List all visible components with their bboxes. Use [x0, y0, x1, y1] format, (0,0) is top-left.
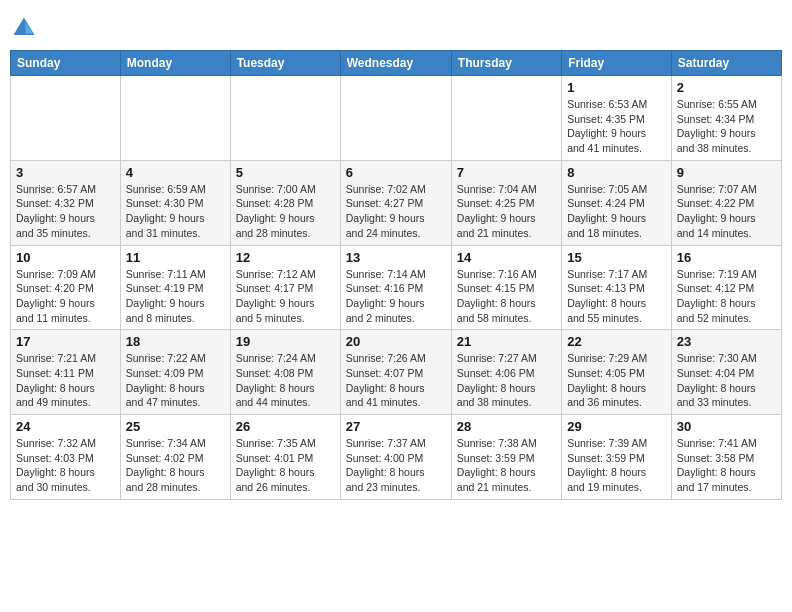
day-info: Sunrise: 7:12 AM Sunset: 4:17 PM Dayligh… [236, 267, 335, 326]
calendar-cell: 12Sunrise: 7:12 AM Sunset: 4:17 PM Dayli… [230, 245, 340, 330]
day-number: 23 [677, 334, 776, 349]
day-number: 5 [236, 165, 335, 180]
calendar-cell: 7Sunrise: 7:04 AM Sunset: 4:25 PM Daylig… [451, 160, 561, 245]
day-number: 10 [16, 250, 115, 265]
day-number: 24 [16, 419, 115, 434]
day-info: Sunrise: 6:55 AM Sunset: 4:34 PM Dayligh… [677, 97, 776, 156]
calendar-week-row: 17Sunrise: 7:21 AM Sunset: 4:11 PM Dayli… [11, 330, 782, 415]
day-info: Sunrise: 7:22 AM Sunset: 4:09 PM Dayligh… [126, 351, 225, 410]
day-info: Sunrise: 7:27 AM Sunset: 4:06 PM Dayligh… [457, 351, 556, 410]
day-info: Sunrise: 7:09 AM Sunset: 4:20 PM Dayligh… [16, 267, 115, 326]
calendar-header-row: SundayMondayTuesdayWednesdayThursdayFrid… [11, 51, 782, 76]
calendar-cell: 29Sunrise: 7:39 AM Sunset: 3:59 PM Dayli… [562, 415, 672, 500]
day-info: Sunrise: 7:17 AM Sunset: 4:13 PM Dayligh… [567, 267, 666, 326]
col-header-friday: Friday [562, 51, 672, 76]
day-number: 15 [567, 250, 666, 265]
day-info: Sunrise: 6:57 AM Sunset: 4:32 PM Dayligh… [16, 182, 115, 241]
calendar-cell: 4Sunrise: 6:59 AM Sunset: 4:30 PM Daylig… [120, 160, 230, 245]
day-number: 18 [126, 334, 225, 349]
calendar-cell [120, 76, 230, 161]
calendar-cell: 23Sunrise: 7:30 AM Sunset: 4:04 PM Dayli… [671, 330, 781, 415]
calendar-cell: 13Sunrise: 7:14 AM Sunset: 4:16 PM Dayli… [340, 245, 451, 330]
calendar-cell: 1Sunrise: 6:53 AM Sunset: 4:35 PM Daylig… [562, 76, 672, 161]
calendar-cell: 2Sunrise: 6:55 AM Sunset: 4:34 PM Daylig… [671, 76, 781, 161]
calendar-cell [230, 76, 340, 161]
day-number: 12 [236, 250, 335, 265]
day-info: Sunrise: 7:37 AM Sunset: 4:00 PM Dayligh… [346, 436, 446, 495]
calendar-cell: 6Sunrise: 7:02 AM Sunset: 4:27 PM Daylig… [340, 160, 451, 245]
day-number: 27 [346, 419, 446, 434]
calendar-cell [340, 76, 451, 161]
logo-icon [10, 14, 38, 42]
day-info: Sunrise: 7:26 AM Sunset: 4:07 PM Dayligh… [346, 351, 446, 410]
day-info: Sunrise: 7:32 AM Sunset: 4:03 PM Dayligh… [16, 436, 115, 495]
calendar-cell: 21Sunrise: 7:27 AM Sunset: 4:06 PM Dayli… [451, 330, 561, 415]
day-info: Sunrise: 7:29 AM Sunset: 4:05 PM Dayligh… [567, 351, 666, 410]
calendar-cell: 10Sunrise: 7:09 AM Sunset: 4:20 PM Dayli… [11, 245, 121, 330]
calendar-cell: 9Sunrise: 7:07 AM Sunset: 4:22 PM Daylig… [671, 160, 781, 245]
day-number: 16 [677, 250, 776, 265]
calendar-cell: 3Sunrise: 6:57 AM Sunset: 4:32 PM Daylig… [11, 160, 121, 245]
calendar-cell: 5Sunrise: 7:00 AM Sunset: 4:28 PM Daylig… [230, 160, 340, 245]
day-number: 3 [16, 165, 115, 180]
day-number: 13 [346, 250, 446, 265]
day-number: 21 [457, 334, 556, 349]
day-info: Sunrise: 7:41 AM Sunset: 3:58 PM Dayligh… [677, 436, 776, 495]
calendar-cell [11, 76, 121, 161]
day-info: Sunrise: 7:19 AM Sunset: 4:12 PM Dayligh… [677, 267, 776, 326]
calendar-cell: 30Sunrise: 7:41 AM Sunset: 3:58 PM Dayli… [671, 415, 781, 500]
day-info: Sunrise: 6:59 AM Sunset: 4:30 PM Dayligh… [126, 182, 225, 241]
col-header-sunday: Sunday [11, 51, 121, 76]
day-number: 25 [126, 419, 225, 434]
calendar-cell [451, 76, 561, 161]
day-info: Sunrise: 7:02 AM Sunset: 4:27 PM Dayligh… [346, 182, 446, 241]
calendar-week-row: 10Sunrise: 7:09 AM Sunset: 4:20 PM Dayli… [11, 245, 782, 330]
day-number: 7 [457, 165, 556, 180]
day-info: Sunrise: 6:53 AM Sunset: 4:35 PM Dayligh… [567, 97, 666, 156]
day-info: Sunrise: 7:35 AM Sunset: 4:01 PM Dayligh… [236, 436, 335, 495]
calendar-cell: 22Sunrise: 7:29 AM Sunset: 4:05 PM Dayli… [562, 330, 672, 415]
day-info: Sunrise: 7:39 AM Sunset: 3:59 PM Dayligh… [567, 436, 666, 495]
day-info: Sunrise: 7:38 AM Sunset: 3:59 PM Dayligh… [457, 436, 556, 495]
col-header-wednesday: Wednesday [340, 51, 451, 76]
day-number: 1 [567, 80, 666, 95]
day-number: 20 [346, 334, 446, 349]
calendar-cell: 18Sunrise: 7:22 AM Sunset: 4:09 PM Dayli… [120, 330, 230, 415]
col-header-monday: Monday [120, 51, 230, 76]
col-header-thursday: Thursday [451, 51, 561, 76]
calendar-cell: 11Sunrise: 7:11 AM Sunset: 4:19 PM Dayli… [120, 245, 230, 330]
day-info: Sunrise: 7:30 AM Sunset: 4:04 PM Dayligh… [677, 351, 776, 410]
day-number: 30 [677, 419, 776, 434]
day-number: 4 [126, 165, 225, 180]
day-number: 29 [567, 419, 666, 434]
calendar-cell: 24Sunrise: 7:32 AM Sunset: 4:03 PM Dayli… [11, 415, 121, 500]
page-header [10, 10, 782, 42]
day-number: 2 [677, 80, 776, 95]
calendar-cell: 14Sunrise: 7:16 AM Sunset: 4:15 PM Dayli… [451, 245, 561, 330]
day-number: 11 [126, 250, 225, 265]
day-info: Sunrise: 7:11 AM Sunset: 4:19 PM Dayligh… [126, 267, 225, 326]
calendar-cell: 16Sunrise: 7:19 AM Sunset: 4:12 PM Dayli… [671, 245, 781, 330]
day-number: 6 [346, 165, 446, 180]
day-info: Sunrise: 7:21 AM Sunset: 4:11 PM Dayligh… [16, 351, 115, 410]
calendar-cell: 26Sunrise: 7:35 AM Sunset: 4:01 PM Dayli… [230, 415, 340, 500]
day-info: Sunrise: 7:04 AM Sunset: 4:25 PM Dayligh… [457, 182, 556, 241]
calendar-cell: 15Sunrise: 7:17 AM Sunset: 4:13 PM Dayli… [562, 245, 672, 330]
calendar-cell: 27Sunrise: 7:37 AM Sunset: 4:00 PM Dayli… [340, 415, 451, 500]
logo [10, 14, 40, 42]
calendar-cell: 28Sunrise: 7:38 AM Sunset: 3:59 PM Dayli… [451, 415, 561, 500]
day-info: Sunrise: 7:14 AM Sunset: 4:16 PM Dayligh… [346, 267, 446, 326]
day-info: Sunrise: 7:34 AM Sunset: 4:02 PM Dayligh… [126, 436, 225, 495]
col-header-saturday: Saturday [671, 51, 781, 76]
day-info: Sunrise: 7:07 AM Sunset: 4:22 PM Dayligh… [677, 182, 776, 241]
day-number: 19 [236, 334, 335, 349]
col-header-tuesday: Tuesday [230, 51, 340, 76]
day-info: Sunrise: 7:16 AM Sunset: 4:15 PM Dayligh… [457, 267, 556, 326]
calendar-table: SundayMondayTuesdayWednesdayThursdayFrid… [10, 50, 782, 500]
day-info: Sunrise: 7:05 AM Sunset: 4:24 PM Dayligh… [567, 182, 666, 241]
day-number: 26 [236, 419, 335, 434]
calendar-cell: 17Sunrise: 7:21 AM Sunset: 4:11 PM Dayli… [11, 330, 121, 415]
day-number: 22 [567, 334, 666, 349]
day-number: 28 [457, 419, 556, 434]
day-info: Sunrise: 7:24 AM Sunset: 4:08 PM Dayligh… [236, 351, 335, 410]
